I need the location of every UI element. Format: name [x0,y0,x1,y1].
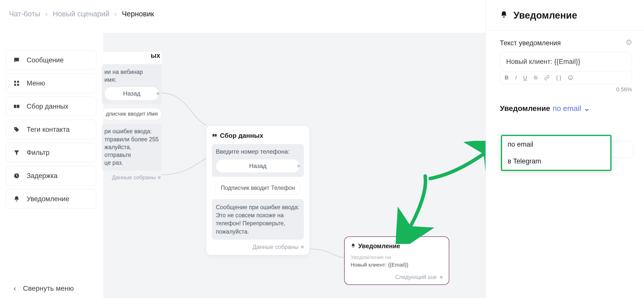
sidebar-item-label: Задержка [27,172,58,180]
breadcrumb: Чат-боты › Новый сценарий › Черновик [9,10,154,18]
form-icon [13,102,21,110]
card-footer: Следующий шаг [351,268,443,280]
connector-dot[interactable] [297,164,300,167]
card-title-fragment: ых [102,52,162,64]
prompt-block-fragment: ии на вебинар имя: Назад [102,64,162,104]
breadcrumb-sep-icon: › [114,10,117,18]
card-title: Уведомление [351,242,443,250]
card-footer: Данные собраны [102,171,162,181]
svg-point-15 [571,77,572,77]
sidebar-item-notification[interactable]: Уведомление [6,189,96,209]
sidebar-item-label: Фильтр [27,149,50,157]
svg-rect-4 [14,105,16,108]
panel-title: Уведомление [513,10,577,21]
connector-dot[interactable] [301,245,304,248]
sidebar-item-label: Уведомление [27,195,69,203]
svg-point-14 [570,77,570,77]
char-counter: 0.56% [500,86,632,93]
connector-dot[interactable] [158,176,161,179]
sidebar-item-label: Меню [27,79,45,87]
prompt-block: Введите номер телефона: Назад [212,144,304,177]
sidebar-item-label: Сбор данных [27,103,68,110]
flow-card-notification[interactable]: Уведомление Уведомление на Новый клиент:… [344,236,449,285]
sidebar-item-message[interactable]: Сообщение [6,50,96,70]
connector-dot[interactable] [440,276,443,279]
info-icon[interactable] [626,39,632,47]
notification-body: Новый клиент: {{Email}} [351,262,443,268]
collapse-menu-label: Свернуть меню [23,284,74,292]
breadcrumb-mid[interactable]: Новый сценарий [53,10,109,18]
sidebar-item-tags[interactable]: Теги контакта [6,120,96,139]
dropdown-option-email[interactable]: по email [502,136,610,153]
sidebar-item-label: Теги контакта [27,126,70,134]
bold-button[interactable]: B [505,74,509,81]
connector-dot[interactable] [156,92,159,95]
variables-button[interactable]: { } [556,74,561,81]
chevron-down-icon: ⌄ [584,104,590,113]
flow-card-collect-1-fragment[interactable]: ых ии на вебинар имя: Назад дписчик ввод… [102,52,162,181]
emoji-button[interactable] [568,75,573,80]
text-label: Текст уведомления [500,39,561,47]
italic-button[interactable]: I [515,74,517,81]
chevron-left-icon: ‹ [14,284,16,292]
card-title: Сбор данных [212,132,304,140]
bell-icon [351,242,356,250]
sidebar-item-filter[interactable]: Фильтр [6,143,96,162]
underline-button[interactable]: U [523,74,527,81]
sidebar: Сообщение Меню Сбор данных Теги контакта… [6,50,96,209]
back-button-fragment[interactable]: Назад [104,87,159,100]
flow-card-collect-2[interactable]: Сбор данных Введите номер телефона: Наза… [206,126,309,255]
svg-rect-5 [17,105,19,108]
collapse-menu-button[interactable]: ‹ Свернуть меню [14,284,74,292]
card-footer: Данные собраны [212,240,304,250]
notification-target: Уведомление на [351,254,443,260]
sidebar-item-label: Сообщение [27,56,64,64]
sidebar-item-menu[interactable]: Меню [6,73,96,93]
tag-icon [13,125,21,134]
svg-point-13 [569,76,573,80]
sidebar-item-collect[interactable]: Сбор данных [6,97,96,116]
panel-header: Уведомление [486,0,644,31]
channel-dropdown[interactable]: по email в Telegram [501,135,612,171]
error-block: Сообщение при ошибке ввода: Это не совсе… [212,199,304,240]
channel-selector[interactable]: Уведомление по email ⌄ [500,104,632,113]
svg-rect-8 [213,134,215,137]
svg-point-12 [629,41,629,41]
strike-button[interactable]: S [534,74,538,81]
message-icon [13,56,21,64]
bell-icon [13,195,21,203]
breadcrumb-current: Черновик [122,10,154,18]
svg-rect-0 [14,81,16,83]
sidebar-item-delay[interactable]: Задержка [6,166,96,186]
input-chip: Подписчик вводит Телефон [215,181,301,195]
form-icon [212,132,217,140]
svg-rect-3 [17,84,19,86]
svg-rect-1 [17,81,19,83]
clock-icon [13,172,21,180]
input-chip-fragment: дписчик вводит Имя [102,108,162,120]
breadcrumb-sep-icon: › [45,10,48,18]
breadcrumb-root[interactable]: Чат-боты [9,10,40,18]
bell-icon [500,10,508,21]
error-block-fragment: ри ошибке ввода: тправили более 255 жалу… [102,123,162,171]
properties-panel: Уведомление Текст уведомления Новый клие… [486,0,644,298]
dropdown-option-telegram[interactable]: в Telegram [502,153,610,170]
svg-rect-9 [215,134,217,137]
notification-text-input[interactable]: Новый клиент: {{Email}} [500,52,632,71]
filter-icon [13,149,21,157]
link-button[interactable] [544,75,550,80]
back-button[interactable]: Назад [216,159,300,173]
svg-point-6 [15,128,16,129]
menu-icon [13,79,21,87]
svg-rect-2 [14,84,16,86]
text-toolbar: B I U S { } [500,71,632,84]
